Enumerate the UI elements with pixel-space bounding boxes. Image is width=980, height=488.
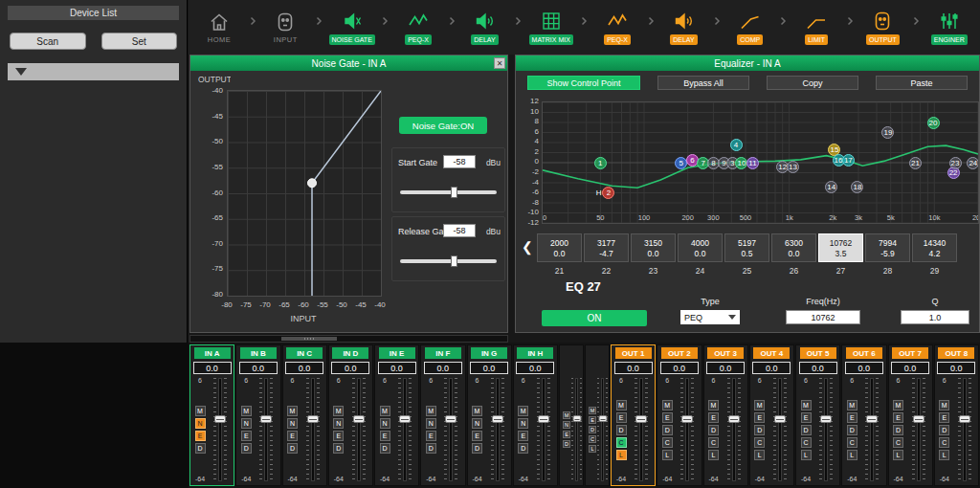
toolbar-item-limit[interactable]: LIMIT <box>790 10 843 45</box>
channel-gain-value[interactable]: 0.0 <box>470 362 508 374</box>
channel-strip-in-a[interactable]: IN A0.06MNED-64 <box>189 344 234 486</box>
release-gate-slider-handle[interactable] <box>451 255 457 267</box>
channel-fader[interactable] <box>813 376 838 483</box>
channel-button-c[interactable]: C <box>616 437 627 448</box>
h-scrollbar[interactable] <box>189 335 508 343</box>
channel-fader[interactable] <box>722 376 746 483</box>
channel-strip-in-b[interactable]: IN B0.06MNED-64 <box>235 344 280 486</box>
channel-button-e[interactable]: E <box>287 431 298 441</box>
bypass-all-button[interactable]: Bypass All <box>657 76 749 90</box>
fader-handle[interactable] <box>913 415 924 423</box>
channel-button-d[interactable]: D <box>893 425 903 435</box>
channel-button-m[interactable]: M <box>333 406 344 416</box>
eq-point-23[interactable]: 23 <box>949 157 962 169</box>
channel-strip-out-3[interactable]: OUT 30.06MEDCL-64 <box>703 344 748 486</box>
eq-band-cell-21[interactable]: 20000.0 <box>537 233 582 262</box>
channel-button-m[interactable]: M <box>426 406 436 416</box>
channel-fader[interactable] <box>906 376 931 483</box>
scan-button[interactable]: Scan <box>10 33 86 50</box>
toolbar-item-comp[interactable]: COMP <box>724 10 777 45</box>
channel-gain-value[interactable]: 0.0 <box>845 362 883 374</box>
channel-button-d[interactable]: D <box>380 443 390 454</box>
eq-point-14[interactable]: 14 <box>825 181 837 193</box>
channel-button-e[interactable]: E <box>754 412 765 423</box>
channel-fader[interactable] <box>392 376 417 483</box>
eq-band-cell-22[interactable]: 3177-4.7 <box>584 233 629 262</box>
eq-point-2[interactable]: 2H <box>602 187 614 199</box>
channel-button-d[interactable]: D <box>518 443 528 454</box>
eq-band-cell-23[interactable]: 31500.0 <box>631 233 676 262</box>
show-control-point-button[interactable]: Show Control Point <box>527 76 640 90</box>
fader-handle[interactable] <box>774 415 786 423</box>
eq-point-13[interactable]: 13 <box>787 161 799 173</box>
channel-gain-value[interactable]: 0.0 <box>239 362 278 374</box>
toolbar-item-noise-gate[interactable]: NOISE GATE <box>325 10 379 45</box>
start-gate-slider-handle[interactable] <box>451 187 457 198</box>
channel-button-d[interactable]: D <box>754 425 765 435</box>
start-gate-value-input[interactable] <box>443 155 476 168</box>
channel-button-n[interactable]: N <box>241 418 252 429</box>
channel-button-l[interactable]: L <box>847 450 858 460</box>
channel-gain-value[interactable]: 0.0 <box>752 362 791 374</box>
eq-on-button[interactable]: ON <box>542 310 647 326</box>
channel-button-m[interactable]: M <box>939 400 949 410</box>
eq-band-cell-25[interactable]: 51970.5 <box>724 233 769 262</box>
channel-fader[interactable] <box>531 376 556 483</box>
channel-button-l[interactable]: L <box>801 450 812 460</box>
channel-button-d[interactable]: D <box>563 440 570 448</box>
gate-knee-handle[interactable] <box>308 179 317 188</box>
channel-strip-out-7[interactable]: OUT 70.06MEDCL-64 <box>888 344 933 486</box>
channel-gain-value[interactable]: 0.0 <box>285 362 323 374</box>
channel-button-c[interactable]: C <box>893 437 903 448</box>
channel-button-c[interactable]: C <box>662 437 673 448</box>
fader-handle[interactable] <box>598 415 607 422</box>
channel-fader[interactable] <box>438 376 463 483</box>
channel-button-e[interactable]: E <box>801 412 812 423</box>
fader-handle[interactable] <box>681 415 693 423</box>
channel-button-m[interactable]: M <box>195 406 206 416</box>
channel-button-c[interactable]: C <box>754 437 765 448</box>
channel-button-e[interactable]: E <box>518 431 528 441</box>
channel-button-d[interactable]: D <box>333 443 344 454</box>
channel-button-m[interactable]: M <box>708 400 719 410</box>
close-icon[interactable]: ✕ <box>494 57 505 69</box>
channel-gain-value[interactable]: 0.0 <box>891 362 929 374</box>
channel-strip-out-2[interactable]: OUT 20.06MEDCL-64 <box>657 344 702 486</box>
channel-gain-value[interactable]: 0.0 <box>193 362 232 374</box>
toolbar-item-output[interactable]: OUTPUT <box>856 10 909 45</box>
q-input[interactable] <box>901 310 969 324</box>
channel-fader[interactable] <box>485 376 510 483</box>
channel-strip-out-5[interactable]: OUT 50.06MEDCL-64 <box>795 344 840 486</box>
fader-handle[interactable] <box>728 415 740 423</box>
fader-handle[interactable] <box>635 415 647 423</box>
channel-gain-value[interactable]: 0.0 <box>378 362 416 374</box>
channel-fader[interactable] <box>629 376 654 483</box>
channel-strip-out-6[interactable]: OUT 60.06MEDCL-64 <box>841 344 886 486</box>
channel-strip-bus[interactable]: 6MNED-64 <box>559 344 584 486</box>
noise-gate-graph[interactable] <box>227 90 382 297</box>
noise-gate-on-button[interactable]: Noise Gate:ON <box>399 117 487 134</box>
channel-button-m[interactable]: M <box>380 406 390 416</box>
channel-fader[interactable] <box>597 376 608 483</box>
h-scrollbar-handle[interactable] <box>281 337 337 341</box>
copy-button[interactable]: Copy <box>767 76 858 90</box>
channel-button-m[interactable]: M <box>241 406 252 416</box>
channel-button-c[interactable]: C <box>847 437 858 448</box>
channel-button-n[interactable]: N <box>518 418 528 429</box>
channel-button-e[interactable]: E <box>847 412 858 423</box>
channel-button-e[interactable]: E <box>426 431 436 441</box>
toolbar-item-delay[interactable]: DELAY <box>457 10 511 45</box>
fader-handle[interactable] <box>492 415 503 423</box>
channel-fader[interactable] <box>346 376 371 483</box>
channel-fader[interactable] <box>675 376 700 483</box>
channel-strip-in-c[interactable]: IN C0.06MNED-64 <box>282 344 327 486</box>
channel-button-e[interactable]: E <box>472 431 482 441</box>
toolbar-item-enginer[interactable]: ENGINER <box>923 10 976 45</box>
toolbar-item-peq-x[interactable]: PEQ-X <box>391 10 445 45</box>
channel-fader[interactable] <box>208 376 233 483</box>
channel-fader[interactable] <box>301 376 325 483</box>
channel-button-m[interactable]: M <box>847 400 858 410</box>
channel-button-m[interactable]: M <box>563 411 570 419</box>
channel-strip-in-d[interactable]: IN D0.06MNED-64 <box>328 344 373 486</box>
paste-button[interactable]: Paste <box>876 76 968 90</box>
